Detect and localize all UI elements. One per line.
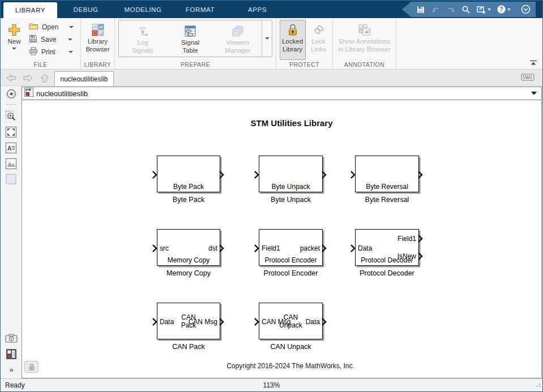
area-tool-icon[interactable] xyxy=(5,173,18,186)
library-browser-label: Library xyxy=(88,38,108,46)
chevron-down-icon[interactable] xyxy=(69,26,74,28)
output-port[interactable] xyxy=(219,244,224,253)
back-icon[interactable] xyxy=(5,72,16,83)
divider xyxy=(6,104,16,105)
redo-icon[interactable] xyxy=(444,3,458,16)
output-port[interactable] xyxy=(417,234,423,243)
input-port[interactable] xyxy=(254,317,259,326)
block-caption[interactable]: Byte Unpack xyxy=(271,196,311,204)
forward-icon[interactable] xyxy=(22,72,33,83)
library-panel-icon[interactable] xyxy=(5,347,18,360)
print-button[interactable]: Print xyxy=(27,46,79,58)
signal-table-button[interactable]: Signal Table xyxy=(166,20,214,57)
block-caption[interactable]: CAN Pack xyxy=(172,343,205,351)
minimize-toolstrip-icon[interactable] xyxy=(519,3,532,16)
prepare-group: Log Signals Signal Table Viewers Manager xyxy=(118,20,272,57)
annotation-tool-icon[interactable]: A xyxy=(5,141,18,154)
hide-explorer-icon[interactable] xyxy=(5,87,18,100)
show-annotations-label: Show Annotations xyxy=(338,38,390,46)
lock-links-label: Links xyxy=(311,46,326,54)
open-button[interactable]: Open xyxy=(27,21,79,33)
block-caption[interactable]: Byte Pack xyxy=(173,196,204,204)
input-port[interactable] xyxy=(350,170,356,179)
input-port[interactable] xyxy=(152,244,157,253)
chevron-down-icon[interactable] xyxy=(531,92,537,95)
undo-icon[interactable] xyxy=(429,3,442,16)
block-inner-label: Byte Unpack xyxy=(259,183,322,191)
output-port[interactable] xyxy=(417,170,423,179)
block-protocol-encoder[interactable]: Protocol EncoderField1packet xyxy=(259,229,323,266)
locked-library-button[interactable]: Locked Library xyxy=(280,20,306,60)
block-inner-label: Protocol Encoder xyxy=(259,256,322,264)
locked-indicator-badge[interactable] xyxy=(24,361,39,373)
input-port[interactable] xyxy=(152,317,157,326)
block-caption[interactable]: CAN Unpack xyxy=(270,343,311,351)
block-caption[interactable]: Byte Reversal xyxy=(365,196,409,204)
canvas-palette-sidebar: A » xyxy=(1,86,22,378)
input-port[interactable] xyxy=(254,244,259,253)
search-icon[interactable] xyxy=(460,3,472,16)
signal-table-icon xyxy=(184,23,196,39)
tab-format[interactable]: FORMAT xyxy=(172,1,229,18)
library-browser-icon xyxy=(92,22,104,38)
chevron-down-icon[interactable] xyxy=(507,8,511,11)
output-port[interactable] xyxy=(219,170,224,179)
simulink-library-window: LIBRARY DEBUG MODELING FORMAT APPS ? xyxy=(0,0,543,392)
tab-modeling[interactable]: MODELING xyxy=(114,1,172,18)
input-port[interactable] xyxy=(152,170,157,179)
chevron-down-icon[interactable] xyxy=(488,8,491,11)
input-port[interactable] xyxy=(350,244,356,253)
up-icon[interactable] xyxy=(39,72,50,83)
tab-library[interactable]: LIBRARY xyxy=(3,2,57,18)
output-port[interactable] xyxy=(321,244,327,253)
quick-access-toolbar: ? xyxy=(402,2,536,17)
block-caption[interactable]: Protocol Encoder xyxy=(264,269,318,277)
keyboard-icon[interactable] xyxy=(521,73,535,84)
chevron-down-icon[interactable] xyxy=(12,48,16,50)
zoom-select-icon[interactable] xyxy=(5,110,18,123)
library-browser-button[interactable]: Library Browser xyxy=(85,20,110,60)
chevron-down-icon[interactable] xyxy=(68,38,72,41)
image-tool-icon[interactable] xyxy=(5,157,18,170)
output-port[interactable] xyxy=(321,170,327,179)
add-to-quick-access-icon[interactable] xyxy=(474,3,493,16)
block-memory-copy[interactable]: Memory Copysrcdst xyxy=(157,229,220,266)
save-button[interactable]: Save xyxy=(27,33,79,46)
resize-grip[interactable] xyxy=(535,380,541,390)
fit-to-view-icon[interactable] xyxy=(5,126,18,139)
block-can-pack[interactable]: CANPackDataCAN Msg xyxy=(157,303,220,339)
ribbon-section-file: New Open Save xyxy=(1,18,81,69)
block-protocol-decoder[interactable]: Protocol DecoderDataField1IsNew xyxy=(355,229,419,266)
collapse-ribbon-icon[interactable] xyxy=(529,59,538,66)
address-path[interactable]: nucleoutilitieslib xyxy=(36,89,531,98)
block-byte-pack[interactable]: Byte Pack xyxy=(157,156,220,192)
chevron-down-icon[interactable] xyxy=(69,51,73,53)
prepare-overflow-button[interactable] xyxy=(262,20,272,57)
help-icon[interactable]: ? xyxy=(495,3,512,16)
svg-text:?: ? xyxy=(499,6,503,12)
block-caption[interactable]: Memory Copy xyxy=(166,269,211,277)
output-port[interactable] xyxy=(321,317,327,326)
tab-apps[interactable]: APPS xyxy=(229,1,286,18)
output-port[interactable] xyxy=(219,317,224,326)
port-label: dst xyxy=(208,244,217,253)
address-bar[interactable]: nucleoutilitieslib xyxy=(22,87,542,100)
new-button[interactable]: New xyxy=(3,20,25,60)
document-tab[interactable]: nucleoutilitieslib xyxy=(54,71,114,86)
expand-palette-icon[interactable]: » xyxy=(5,363,18,376)
library-title: STM Utilities Library xyxy=(250,118,332,128)
camera-icon[interactable] xyxy=(5,331,18,344)
block-byte-unpack[interactable]: Byte Unpack xyxy=(259,156,323,192)
output-port[interactable] xyxy=(417,252,423,261)
library-canvas[interactable]: STM Utilities Library Byte PackByte Pack… xyxy=(22,101,542,378)
block-can-unpack[interactable]: CANUnpackCAN MsgData xyxy=(259,303,323,339)
port-label: Data xyxy=(306,317,320,326)
show-annotations-icon: A xyxy=(358,22,371,38)
block-inner-label: Byte Pack xyxy=(157,183,220,191)
block-byte-reversal[interactable]: Byte Reversal xyxy=(355,156,419,192)
section-label-file: FILE xyxy=(1,61,80,68)
input-port[interactable] xyxy=(254,170,259,179)
block-caption[interactable]: Protocol Decoder xyxy=(360,269,414,277)
save-icon[interactable] xyxy=(414,3,427,16)
tab-debug[interactable]: DEBUG xyxy=(57,1,114,18)
